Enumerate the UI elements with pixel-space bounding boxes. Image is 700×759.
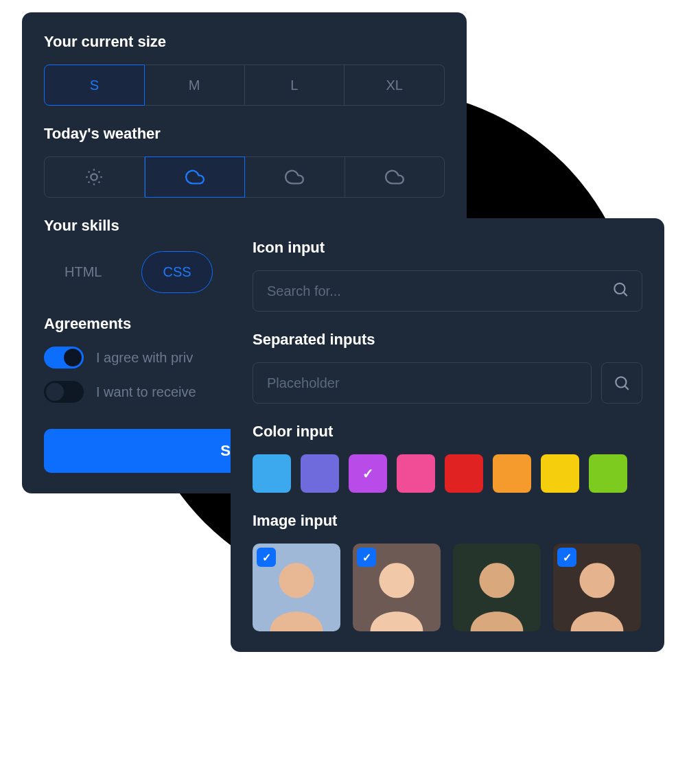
weather-segmented — [44, 156, 445, 198]
size-option-xl[interactable]: XL — [345, 65, 445, 106]
color-swatch-1[interactable] — [301, 454, 339, 493]
search-button[interactable] — [601, 362, 642, 404]
weather-option-cloud[interactable] — [145, 156, 246, 198]
icon-input-wrapper — [253, 270, 642, 312]
color-swatches: ✓ — [253, 454, 642, 493]
svg-point-11 — [616, 377, 626, 387]
icon-input[interactable] — [267, 283, 628, 299]
search-icon — [613, 374, 631, 392]
size-option-s[interactable]: S — [44, 65, 145, 106]
label-current-size: Your current size — [44, 33, 445, 51]
skill-option-css[interactable]: CSS — [141, 251, 212, 293]
color-swatch-7[interactable] — [589, 454, 627, 493]
size-option-l[interactable]: L — [245, 65, 345, 106]
image-options: ✓✓✓ — [253, 544, 642, 631]
check-badge: ✓ — [357, 548, 376, 567]
color-swatch-0[interactable] — [253, 454, 291, 493]
toggle-privacy-label: I agree with priv — [96, 350, 193, 366]
svg-line-3 — [89, 172, 90, 173]
check-badge: ✓ — [257, 548, 276, 567]
size-option-m[interactable]: M — [145, 65, 245, 106]
color-swatch-2[interactable]: ✓ — [349, 454, 387, 493]
weather-option-sunny[interactable] — [44, 156, 145, 198]
image-option-2[interactable] — [453, 544, 541, 631]
search-icon — [611, 281, 629, 302]
weather-option-cloud-3[interactable] — [345, 156, 445, 198]
check-icon: ✓ — [362, 465, 374, 482]
cloud-icon — [285, 167, 304, 187]
label-color-input: Color input — [253, 423, 642, 441]
skill-option-html[interactable]: HTML — [44, 252, 122, 292]
svg-line-4 — [99, 182, 100, 183]
svg-point-9 — [614, 283, 625, 294]
separated-input[interactable] — [267, 375, 577, 391]
svg-line-7 — [89, 182, 90, 183]
separated-input-row — [253, 362, 642, 404]
color-swatch-5[interactable] — [493, 454, 531, 493]
toggle-receive-label: I want to receive — [96, 384, 196, 400]
svg-point-14 — [279, 563, 314, 598]
image-option-3[interactable]: ✓ — [553, 544, 641, 631]
svg-line-8 — [99, 172, 100, 173]
color-swatch-3[interactable] — [397, 454, 435, 493]
cloud-icon — [185, 167, 205, 187]
svg-line-10 — [624, 292, 627, 296]
label-icon-input: Icon input — [253, 239, 642, 257]
svg-point-16 — [379, 563, 414, 598]
color-swatch-6[interactable] — [541, 454, 579, 493]
cloud-icon — [385, 167, 404, 187]
label-weather: Today's weather — [44, 125, 445, 143]
color-swatch-4[interactable] — [445, 454, 483, 493]
weather-option-cloud-2[interactable] — [245, 156, 345, 198]
svg-point-18 — [479, 563, 514, 598]
svg-point-0 — [91, 174, 97, 180]
size-segmented: S M L XL — [44, 65, 445, 106]
toggle-receive[interactable] — [44, 381, 84, 403]
separated-input-wrapper — [253, 362, 592, 404]
svg-point-20 — [579, 563, 614, 598]
image-option-0[interactable]: ✓ — [253, 544, 340, 631]
sun-icon — [84, 167, 104, 187]
avatar-placeholder — [453, 544, 541, 631]
image-option-1[interactable]: ✓ — [353, 544, 441, 631]
toggle-privacy[interactable] — [44, 347, 84, 369]
label-image-input: Image input — [253, 512, 642, 530]
svg-line-12 — [625, 386, 629, 390]
form-card-right: Icon input Separated inputs Color input … — [231, 218, 664, 652]
label-separated-inputs: Separated inputs — [253, 331, 642, 349]
check-badge: ✓ — [557, 548, 576, 567]
